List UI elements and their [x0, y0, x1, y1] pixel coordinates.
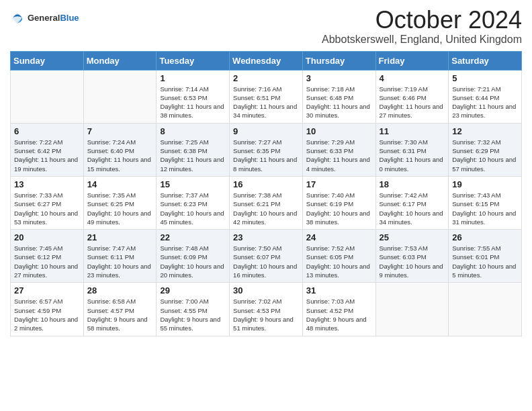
day-detail: Sunrise: 7:25 AM Sunset: 6:38 PM Dayligh…	[160, 138, 226, 173]
table-row: 1Sunrise: 7:14 AM Sunset: 6:53 PM Daylig…	[157, 70, 230, 123]
day-detail: Sunrise: 7:45 AM Sunset: 6:12 PM Dayligh…	[14, 244, 80, 279]
calendar-week-row: 6Sunrise: 7:22 AM Sunset: 6:42 PM Daylig…	[11, 123, 522, 176]
day-detail: Sunrise: 7:00 AM Sunset: 4:55 PM Dayligh…	[160, 297, 226, 332]
day-number: 30	[233, 285, 299, 295]
table-row: 27Sunrise: 6:57 AM Sunset: 4:59 PM Dayli…	[11, 283, 84, 336]
table-row: 12Sunrise: 7:32 AM Sunset: 6:29 PM Dayli…	[449, 123, 522, 176]
day-number: 24	[306, 232, 372, 242]
table-row: 2Sunrise: 7:16 AM Sunset: 6:51 PM Daylig…	[230, 70, 303, 123]
day-detail: Sunrise: 7:33 AM Sunset: 6:27 PM Dayligh…	[14, 191, 80, 226]
col-sunday: Sunday	[11, 51, 84, 70]
day-number: 29	[160, 285, 226, 295]
table-row: 14Sunrise: 7:35 AM Sunset: 6:25 PM Dayli…	[83, 176, 157, 229]
logo: GeneralBlue	[10, 11, 79, 26]
day-detail: Sunrise: 7:18 AM Sunset: 6:48 PM Dayligh…	[306, 85, 372, 120]
day-detail: Sunrise: 7:38 AM Sunset: 6:21 PM Dayligh…	[233, 191, 299, 226]
table-row: 8Sunrise: 7:25 AM Sunset: 6:38 PM Daylig…	[157, 123, 230, 176]
calendar-week-row: 20Sunrise: 7:45 AM Sunset: 6:12 PM Dayli…	[11, 230, 522, 283]
logo-general: General	[28, 13, 60, 23]
day-number: 9	[233, 126, 299, 136]
calendar-week-row: 13Sunrise: 7:33 AM Sunset: 6:27 PM Dayli…	[11, 176, 522, 229]
day-number: 26	[452, 232, 518, 242]
day-number: 7	[87, 126, 153, 136]
logo-blue: Blue	[60, 13, 79, 23]
table-row: 13Sunrise: 7:33 AM Sunset: 6:27 PM Dayli…	[11, 176, 84, 229]
logo-text: GeneralBlue	[28, 13, 79, 24]
table-row: 19Sunrise: 7:43 AM Sunset: 6:15 PM Dayli…	[449, 176, 522, 229]
col-wednesday: Wednesday	[230, 51, 303, 70]
table-row: 25Sunrise: 7:53 AM Sunset: 6:03 PM Dayli…	[375, 230, 449, 283]
day-number: 2	[233, 73, 299, 83]
location-title: Abbotskerswell, England, United Kingdom	[322, 34, 522, 46]
day-number: 1	[160, 73, 226, 83]
col-friday: Friday	[375, 51, 449, 70]
table-row: 26Sunrise: 7:55 AM Sunset: 6:01 PM Dayli…	[449, 230, 522, 283]
calendar-week-row: 27Sunrise: 6:57 AM Sunset: 4:59 PM Dayli…	[11, 283, 522, 336]
table-row	[449, 283, 522, 336]
day-detail: Sunrise: 7:53 AM Sunset: 6:03 PM Dayligh…	[380, 244, 445, 279]
day-number: 12	[452, 126, 518, 136]
table-row	[11, 70, 84, 123]
day-detail: Sunrise: 7:16 AM Sunset: 6:51 PM Dayligh…	[233, 85, 299, 120]
table-row: 18Sunrise: 7:42 AM Sunset: 6:17 PM Dayli…	[375, 176, 449, 229]
table-row: 30Sunrise: 7:02 AM Sunset: 4:53 PM Dayli…	[230, 283, 303, 336]
day-detail: Sunrise: 7:03 AM Sunset: 4:52 PM Dayligh…	[306, 297, 372, 332]
day-number: 20	[14, 232, 80, 242]
day-detail: Sunrise: 6:58 AM Sunset: 4:57 PM Dayligh…	[87, 297, 153, 332]
day-number: 14	[87, 179, 153, 189]
table-row: 17Sunrise: 7:40 AM Sunset: 6:19 PM Dayli…	[302, 176, 375, 229]
table-row: 22Sunrise: 7:48 AM Sunset: 6:09 PM Dayli…	[157, 230, 230, 283]
calendar-week-row: 1Sunrise: 7:14 AM Sunset: 6:53 PM Daylig…	[11, 70, 522, 123]
day-detail: Sunrise: 7:29 AM Sunset: 6:33 PM Dayligh…	[306, 138, 372, 173]
day-number: 8	[160, 126, 226, 136]
table-row: 24Sunrise: 7:52 AM Sunset: 6:05 PM Dayli…	[302, 230, 375, 283]
day-detail: Sunrise: 7:30 AM Sunset: 6:31 PM Dayligh…	[380, 138, 445, 173]
table-row: 11Sunrise: 7:30 AM Sunset: 6:31 PM Dayli…	[375, 123, 449, 176]
day-detail: Sunrise: 7:21 AM Sunset: 6:44 PM Dayligh…	[452, 85, 518, 120]
table-row: 23Sunrise: 7:50 AM Sunset: 6:07 PM Dayli…	[230, 230, 303, 283]
table-row: 20Sunrise: 7:45 AM Sunset: 6:12 PM Dayli…	[11, 230, 84, 283]
day-detail: Sunrise: 7:43 AM Sunset: 6:15 PM Dayligh…	[452, 191, 518, 226]
day-detail: Sunrise: 6:57 AM Sunset: 4:59 PM Dayligh…	[14, 297, 80, 332]
table-row: 15Sunrise: 7:37 AM Sunset: 6:23 PM Dayli…	[157, 176, 230, 229]
day-number: 31	[306, 285, 372, 295]
day-detail: Sunrise: 7:19 AM Sunset: 6:46 PM Dayligh…	[380, 85, 445, 120]
day-detail: Sunrise: 7:27 AM Sunset: 6:35 PM Dayligh…	[233, 138, 299, 173]
table-row: 16Sunrise: 7:38 AM Sunset: 6:21 PM Dayli…	[230, 176, 303, 229]
table-row: 29Sunrise: 7:00 AM Sunset: 4:55 PM Dayli…	[157, 283, 230, 336]
table-row: 6Sunrise: 7:22 AM Sunset: 6:42 PM Daylig…	[11, 123, 84, 176]
day-number: 18	[380, 179, 445, 189]
day-detail: Sunrise: 7:02 AM Sunset: 4:53 PM Dayligh…	[233, 297, 299, 332]
day-number: 10	[306, 126, 372, 136]
logo-icon	[10, 11, 25, 26]
day-number: 22	[160, 232, 226, 242]
day-detail: Sunrise: 7:22 AM Sunset: 6:42 PM Dayligh…	[14, 138, 80, 173]
day-number: 15	[160, 179, 226, 189]
table-row	[375, 283, 449, 336]
table-row: 10Sunrise: 7:29 AM Sunset: 6:33 PM Dayli…	[302, 123, 375, 176]
calendar-table: Sunday Monday Tuesday Wednesday Thursday…	[10, 51, 522, 336]
day-detail: Sunrise: 7:35 AM Sunset: 6:25 PM Dayligh…	[87, 191, 153, 226]
col-monday: Monday	[83, 51, 157, 70]
table-row	[83, 70, 157, 123]
table-row: 31Sunrise: 7:03 AM Sunset: 4:52 PM Dayli…	[302, 283, 375, 336]
day-detail: Sunrise: 7:37 AM Sunset: 6:23 PM Dayligh…	[160, 191, 226, 226]
day-number: 3	[306, 73, 372, 83]
col-saturday: Saturday	[449, 51, 522, 70]
day-detail: Sunrise: 7:50 AM Sunset: 6:07 PM Dayligh…	[233, 244, 299, 279]
day-number: 27	[14, 285, 80, 295]
day-detail: Sunrise: 7:14 AM Sunset: 6:53 PM Dayligh…	[160, 85, 226, 120]
table-row: 5Sunrise: 7:21 AM Sunset: 6:44 PM Daylig…	[449, 70, 522, 123]
calendar-header-row: Sunday Monday Tuesday Wednesday Thursday…	[11, 51, 522, 70]
calendar-page: GeneralBlue October 2024 Abbotskerswell,…	[0, 0, 532, 411]
table-row: 3Sunrise: 7:18 AM Sunset: 6:48 PM Daylig…	[302, 70, 375, 123]
day-number: 17	[306, 179, 372, 189]
day-number: 6	[14, 126, 80, 136]
col-thursday: Thursday	[302, 51, 375, 70]
table-row: 9Sunrise: 7:27 AM Sunset: 6:35 PM Daylig…	[230, 123, 303, 176]
day-number: 16	[233, 179, 299, 189]
day-number: 28	[87, 285, 153, 295]
day-detail: Sunrise: 7:42 AM Sunset: 6:17 PM Dayligh…	[380, 191, 445, 226]
col-tuesday: Tuesday	[157, 51, 230, 70]
day-number: 11	[380, 126, 445, 136]
